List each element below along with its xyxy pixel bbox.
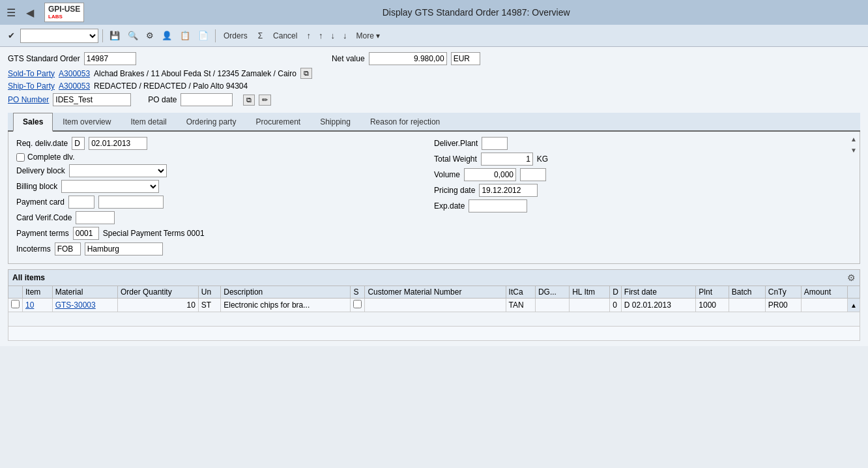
card-verif-row: Card Verif.Code — [16, 211, 421, 224]
document-button[interactable]: 📄 — [195, 29, 211, 42]
req-deliv-date[interactable] — [89, 137, 147, 150]
tab-ordering-party[interactable]: Ordering party — [177, 113, 246, 132]
pricing-date-input[interactable] — [479, 184, 538, 197]
row-item: 10 — [23, 299, 53, 312]
po-number-label[interactable]: PO Number — [8, 95, 49, 104]
row-amount — [801, 299, 847, 312]
currency-input[interactable] — [451, 52, 480, 65]
settings-button[interactable]: ⚙ — [143, 29, 156, 42]
tab-reason-rejection[interactable]: Reason for rejection — [360, 113, 450, 132]
save-icon-button[interactable]: 💾 — [107, 29, 123, 42]
col-header-customer-mat: Customer Material Number — [365, 286, 506, 299]
incoterms-label: Incoterms — [16, 244, 51, 254]
complete-dlv-checkbox[interactable] — [16, 153, 25, 162]
deliver-plant-row: Deliver.Plant — [434, 137, 839, 150]
more-button[interactable]: More ▾ — [352, 30, 384, 42]
tab-item-overview[interactable]: Item overview — [53, 113, 121, 132]
volume-input[interactable] — [464, 168, 516, 181]
items-section: All items ⚙ Item Material Order Quantity… — [8, 269, 860, 341]
scroll-down-arrow[interactable]: ▼ — [849, 145, 858, 155]
col-header-item: Item — [23, 286, 53, 299]
billing-block-select[interactable] — [61, 180, 159, 193]
row-cnty: PR00 — [765, 299, 801, 312]
download2-button[interactable]: ↓ — [340, 29, 350, 42]
exp-date-label: Exp.date — [434, 201, 465, 211]
card-verif-input[interactable] — [76, 211, 115, 224]
po-copy-button[interactable]: ⧉ — [243, 95, 255, 106]
sold-to-label[interactable]: Sold-To Party — [8, 69, 55, 78]
item-link[interactable]: 10 — [25, 300, 34, 310]
po-number-input[interactable] — [53, 93, 131, 106]
copy-sold-to-button[interactable]: ⧉ — [300, 68, 312, 79]
cancel-button[interactable]: Cancel — [269, 30, 301, 42]
payment-terms-code[interactable] — [73, 227, 99, 240]
table-header-row: Item Material Order Quantity Un Descript… — [8, 286, 860, 299]
orders-button[interactable]: Orders — [220, 30, 252, 42]
search-zoom-button[interactable]: 🔍 — [125, 29, 141, 42]
table-row: 10 GTS-30003 ST Electronic chips for bra… — [8, 299, 860, 312]
row-dg — [535, 299, 569, 312]
col-header-plnt: Plnt — [696, 286, 729, 299]
toolbar-separator2 — [215, 29, 216, 42]
col-header-description: Description — [221, 286, 351, 299]
upload2-button[interactable]: ↑ — [316, 29, 326, 42]
exp-date-input[interactable] — [469, 199, 527, 212]
tabs: Sales Item overview Item detail Ordering… — [8, 113, 860, 132]
payment-card-label: Payment card — [16, 197, 65, 207]
req-deliv-type[interactable] — [72, 137, 85, 150]
row-material: GTS-30003 — [52, 299, 117, 312]
order-number-input[interactable] — [84, 52, 136, 65]
tab-procurement[interactable]: Procurement — [246, 113, 310, 132]
back-button[interactable]: ◀ — [22, 5, 38, 20]
deliver-plant-label: Deliver.Plant — [434, 139, 478, 148]
ship-to-address: REDACTED / REDACTED / Palo Alto 94304 — [94, 81, 248, 91]
scroll-up-arrow[interactable]: ▲ — [849, 134, 858, 144]
deliver-plant-input[interactable] — [482, 137, 508, 150]
card-verif-label: Card Verif.Code — [16, 213, 72, 222]
tab-sales[interactable]: Sales — [13, 113, 53, 132]
payment-card-input1[interactable] — [68, 196, 94, 209]
net-value-input[interactable] — [369, 52, 447, 65]
po-edit-button[interactable]: ✏ — [259, 95, 271, 106]
clipboard-button[interactable]: 📋 — [177, 29, 193, 42]
incoterms-place[interactable] — [85, 242, 163, 256]
sold-to-id[interactable]: A300053 — [59, 69, 90, 78]
pricing-date-row: Pricing date — [434, 184, 839, 197]
row-first-date: D 02.01.2013 — [621, 299, 695, 312]
req-deliv-label: Req. deliv.date — [16, 139, 68, 148]
col-header-itca: ItCa — [506, 286, 535, 299]
download1-button[interactable]: ↓ — [328, 29, 338, 42]
delivery-block-row: Delivery block — [16, 164, 421, 177]
order-qty-input[interactable] — [176, 300, 195, 310]
po-date-input[interactable] — [181, 93, 233, 106]
tab-item-detail[interactable]: Item detail — [121, 113, 176, 132]
req-deliv-row: Req. deliv.date — [16, 137, 421, 150]
checkmark-button[interactable]: ✔ — [5, 29, 18, 42]
items-table: Item Material Order Quantity Un Descript… — [8, 285, 860, 341]
col-header-first-date: First date — [621, 286, 695, 299]
toolbar-select[interactable] — [20, 29, 98, 43]
material-link[interactable]: GTS-30003 — [55, 300, 96, 310]
sigma-button[interactable]: Σ — [254, 30, 267, 42]
col-header-s: S — [351, 286, 365, 299]
volume-unit-input[interactable] — [520, 168, 546, 181]
row-plnt: 1000 — [696, 299, 729, 312]
row-s — [351, 299, 365, 312]
upload1-button[interactable]: ↑ — [304, 29, 313, 42]
complete-dlv-row: Complete dlv. — [16, 153, 421, 162]
settings-gear-icon[interactable]: ⚙ — [847, 272, 856, 283]
row-s-checkbox[interactable] — [353, 300, 362, 308]
ship-to-id[interactable]: A300053 — [59, 81, 90, 91]
total-weight-input[interactable] — [481, 153, 533, 166]
person-button[interactable]: 👤 — [159, 29, 175, 42]
ship-to-label[interactable]: Ship-To Party — [8, 81, 55, 91]
payment-card-input2[interactable] — [98, 196, 164, 209]
menu-icon[interactable]: ☰ — [7, 7, 16, 19]
row-order-qty — [118, 299, 199, 312]
delivery-block-select[interactable] — [69, 164, 167, 177]
incoterms-code[interactable] — [55, 242, 81, 256]
col-header-cnty: CnTy — [765, 286, 801, 299]
gts-label: GTS Standard Order — [8, 54, 80, 63]
row-checkbox[interactable] — [11, 300, 20, 308]
tab-shipping[interactable]: Shipping — [310, 113, 360, 132]
